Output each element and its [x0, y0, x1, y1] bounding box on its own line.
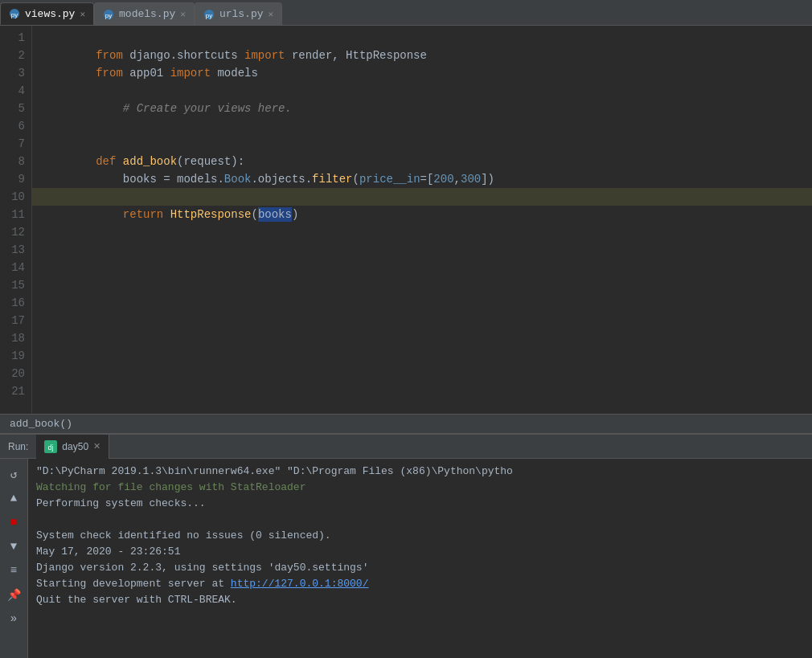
run-output-line-6: May 17, 2020 - 23:26:51 — [36, 544, 804, 560]
code-line-18 — [32, 329, 812, 347]
editor-content: 1 2 3 4 5 6 7 8 9 10 11 12 13 14 15 16 1… — [0, 26, 812, 414]
run-expand-button[interactable]: » — [5, 610, 23, 627]
svg-text:py: py — [206, 11, 212, 18]
python-icon-views: py — [9, 8, 20, 19]
code-line-10: return HttpResponse(books) — [32, 188, 812, 206]
code-area[interactable]: from django.shortcuts import render, Htt… — [32, 26, 812, 414]
tab-bar: py views.py ✕ py models.py ✕ py urls.py … — [0, 0, 812, 26]
code-line-19 — [32, 347, 812, 365]
run-pin-button[interactable]: 📌 — [5, 586, 23, 603]
code-line-21 — [32, 382, 812, 400]
svg-text:py: py — [105, 11, 112, 18]
tab-label-models: models.py — [119, 8, 175, 20]
editor-status-bar: add_book() — [0, 414, 812, 433]
run-panel-body: ↺ ▲ ■ ▼ ≡ 📌 » "D:\PyCharm 2019.1.3\bin\r… — [0, 459, 812, 658]
run-output-line-2: Watching for file changes with StatReloa… — [36, 480, 804, 496]
tab-label-urls: urls.py — [219, 8, 264, 20]
tab-urls[interactable]: py urls.py ✕ — [195, 2, 282, 25]
code-line-3 — [32, 64, 812, 82]
code-line-6 — [32, 117, 812, 135]
run-output-line-9: Quit the server with CTRL-BREAK. — [36, 592, 804, 608]
svg-text:dj: dj — [48, 443, 54, 452]
code-line-15 — [32, 276, 812, 294]
run-stop-button[interactable]: ■ — [5, 513, 23, 531]
run-output-link[interactable]: http://127.0.0.1:8000/ — [231, 578, 369, 590]
code-line-4: # Create your views here. — [32, 82, 812, 100]
tab-label-views: views.py — [25, 8, 75, 20]
code-line-9 — [32, 170, 812, 188]
code-line-1: from django.shortcuts import render, Htt… — [32, 29, 812, 47]
tab-close-models[interactable]: ✕ — [180, 9, 186, 19]
tab-views[interactable]: py views.py ✕ — [0, 2, 94, 25]
code-line-13 — [32, 241, 812, 259]
code-line-11 — [32, 206, 812, 223]
run-tab-day50[interactable]: dj day50 ✕ — [36, 435, 109, 459]
code-line-8: books = models.Book.objects.filter(price… — [32, 153, 812, 170]
run-up-button[interactable]: ▲ — [5, 489, 23, 507]
run-menu-button[interactable]: ≡ — [5, 562, 23, 579]
line-numbers: 1 2 3 4 5 6 7 8 9 10 11 12 13 14 15 16 1… — [0, 26, 32, 414]
run-tab-label: day50 — [62, 441, 88, 452]
run-output-line-8: Starting development server at http://12… — [36, 576, 804, 592]
svg-text:py: py — [11, 11, 18, 18]
code-line-7: def add_book(request): — [32, 135, 812, 153]
status-function: add_book() — [10, 418, 72, 430]
run-output-line-4 — [36, 512, 804, 528]
code-line-14 — [32, 259, 812, 276]
code-line-17 — [32, 312, 812, 329]
run-label: Run: — [0, 441, 36, 452]
run-panel-header: Run: dj day50 ✕ — [0, 435, 812, 459]
run-output-line-1: "D:\PyCharm 2019.1.3\bin\runnerw64.exe" … — [36, 464, 804, 480]
run-down-button[interactable]: ▼ — [5, 537, 23, 555]
code-line-16 — [32, 294, 812, 312]
run-output-line-5: System check identified no issues (0 sil… — [36, 528, 804, 544]
run-output: "D:\PyCharm 2019.1.3\bin\runnerw64.exe" … — [28, 459, 812, 658]
tab-models[interactable]: py models.py ✕ — [94, 2, 195, 25]
tab-close-views[interactable]: ✕ — [80, 9, 85, 19]
python-icon-models: py — [103, 9, 114, 20]
tab-close-urls[interactable]: ✕ — [269, 9, 274, 19]
editor-area: 1 2 3 4 5 6 7 8 9 10 11 12 13 14 15 16 1… — [0, 26, 812, 433]
run-sidebar: ↺ ▲ ■ ▼ ≡ 📌 » — [0, 459, 28, 658]
code-line-2: from app01 import models — [32, 47, 812, 64]
run-output-line-7: Django version 2.2.3, using settings 'da… — [36, 560, 804, 576]
python-icon-urls: py — [203, 9, 215, 20]
code-line-12 — [32, 223, 812, 241]
code-line-5 — [32, 100, 812, 117]
run-panel: Run: dj day50 ✕ ↺ ▲ ■ ▼ ≡ 📌 » "D:\PyChar… — [0, 433, 812, 658]
django-icon: dj — [44, 440, 57, 453]
run-restart-button[interactable]: ↺ — [5, 465, 23, 483]
run-tab-close[interactable]: ✕ — [93, 441, 100, 452]
run-output-line-3: Performing system checks... — [36, 496, 804, 512]
code-line-20 — [32, 365, 812, 382]
